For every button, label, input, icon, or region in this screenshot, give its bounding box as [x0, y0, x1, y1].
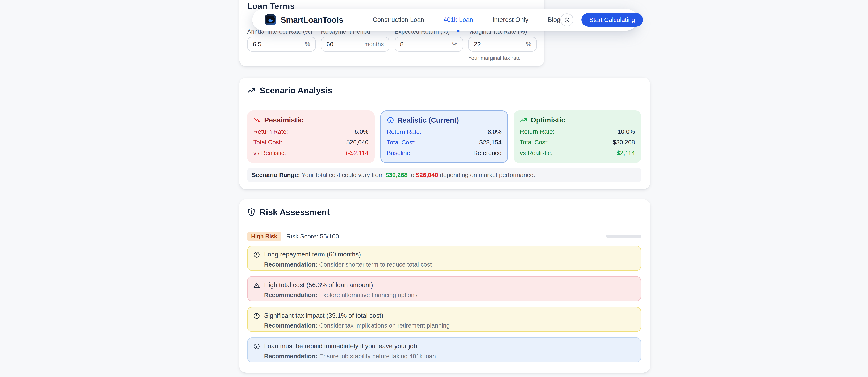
vs-realistic-row: vs Realistic:+-$2,114 [253, 149, 369, 157]
risk-assessment-title: Risk Assessment [259, 207, 330, 217]
baseline-row: Baseline:Reference [387, 149, 501, 157]
repayment-period-input[interactable]: 60 months [321, 37, 390, 52]
risk-item-repayment-term: Long repayment term (60 months) Recommen… [247, 246, 641, 271]
scenario-analysis-card: Scenario Analysis Pessimistic Return Rat… [239, 77, 650, 189]
shield-alert-icon [247, 208, 256, 216]
return-rate-row: Return Rate:10.0% [520, 128, 635, 135]
active-tab-dot [457, 30, 459, 32]
nav-link-interest-only[interactable]: Interest Only [492, 16, 528, 24]
brand[interactable]: SmartLoanTools [265, 14, 343, 26]
scenario-analysis-title: Scenario Analysis [259, 85, 333, 95]
theme-toggle-button[interactable] [560, 13, 574, 26]
risk-item-tax-impact: Significant tax impact (39.1% of total c… [247, 307, 641, 332]
risk-assessment-card: Risk Assessment High Risk Risk Score: 55… [239, 199, 650, 373]
interest-rate-input[interactable]: 6.5 % [247, 37, 316, 52]
vs-realistic-row: vs Realistic:$2,114 [520, 149, 635, 157]
tax-rate-input[interactable]: 22 % [468, 37, 537, 52]
optimistic-scenario-card: Optimistic Return Rate:10.0% Total Cost:… [514, 110, 641, 163]
info-icon [387, 116, 394, 124]
scenario-range-note: Scenario Range: Your total cost could va… [247, 168, 641, 182]
brand-logo-icon [265, 14, 276, 26]
risk-score-text: Risk Score: 55/100 [286, 233, 339, 240]
alert-circle-icon [253, 312, 260, 329]
nav-link-blog[interactable]: Blog [548, 16, 560, 24]
return-rate-row: Return Rate:8.0% [387, 128, 501, 135]
risk-item-total-cost: High total cost (56.3% of loan amount) R… [247, 276, 641, 301]
alert-triangle-icon [253, 282, 260, 299]
trending-up-icon [247, 86, 256, 95]
trending-down-icon [253, 116, 261, 124]
expected-return-input[interactable]: 8 % [395, 37, 463, 52]
percent-unit: % [305, 41, 310, 47]
risk-level-badge: High Risk [247, 232, 281, 241]
page: Loan Terms Annual Interest Rate (%) Repa… [0, 0, 868, 377]
realistic-scenario-card: Realistic (Current) Return Rate:8.0% Tot… [380, 110, 508, 163]
nav-links: Construction Loan 401k Loan Interest Onl… [373, 16, 560, 24]
nav-link-construction-loan[interactable]: Construction Loan [373, 16, 424, 24]
percent-unit: % [526, 41, 531, 47]
risk-item-job-stability: Loan must be repaid immediately if you l… [247, 338, 641, 363]
total-cost-row: Total Cost:$28,154 [387, 139, 501, 146]
navbar: SmartLoanTools Construction Loan 401k Lo… [252, 9, 638, 31]
months-unit: months [364, 41, 384, 47]
total-cost-row: Total Cost:$26,040 [253, 139, 369, 146]
pessimistic-scenario-card: Pessimistic Return Rate:6.0% Total Cost:… [247, 110, 375, 163]
tax-rate-help: Your marginal tax rate [468, 55, 521, 61]
percent-unit: % [452, 41, 458, 47]
start-calculating-button[interactable]: Start Calculating [581, 13, 643, 27]
trending-up-icon [520, 116, 527, 124]
alert-circle-icon [253, 251, 260, 268]
nav-link-401k-loan[interactable]: 401k Loan [443, 16, 473, 24]
total-cost-row: Total Cost:$30,268 [520, 139, 635, 146]
info-icon [253, 343, 260, 359]
sun-icon [563, 16, 570, 23]
risk-progress-bar [606, 235, 641, 238]
return-rate-row: Return Rate:6.0% [253, 128, 369, 135]
brand-name: SmartLoanTools [281, 15, 343, 25]
